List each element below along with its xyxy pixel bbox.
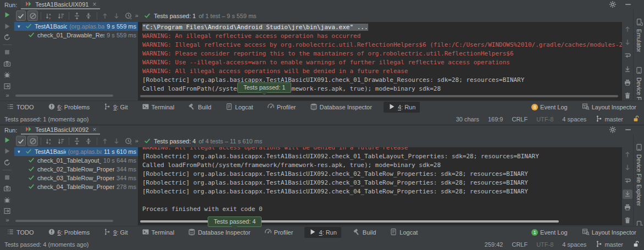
test-tree-row[interactable]: check_01_TableLayout_Properties10 s 644 … (14, 156, 138, 165)
write-access-lock-icon[interactable] (632, 115, 640, 124)
toolwindow-button-build[interactable]: Build (186, 102, 213, 113)
test-tree-row[interactable]: check_03_TableRow_Properties344 ms (14, 174, 138, 182)
test-tree-root-row[interactable]: ▾TestA1BasicUIX091(org.aplas.basicappx)9… (14, 22, 138, 31)
clear-all-icon[interactable] (623, 91, 632, 101)
screenshot-icon[interactable] (1, 58, 13, 69)
toolwindow-button-problems[interactable]: 6: Problems (46, 227, 92, 238)
chevron-down-icon[interactable]: ▾ (18, 24, 23, 29)
soft-wrap-icon[interactable] (623, 176, 632, 185)
sort-by-duration-icon[interactable] (55, 10, 65, 21)
tab-close-icon[interactable]: × (92, 127, 96, 132)
run-icon[interactable] (1, 9, 13, 20)
collapse-all-icon[interactable] (84, 10, 93, 21)
status-widget-4spaces[interactable]: 4 spaces (562, 116, 586, 123)
show-passed-icon[interactable] (16, 10, 26, 21)
import-test-results-icon[interactable] (1, 81, 13, 92)
status-widget-crlf[interactable]: CRLF (512, 116, 528, 123)
rerun-icon[interactable] (1, 20, 13, 31)
settings-gear-icon[interactable] (609, 126, 617, 135)
toolwindow-button-run[interactable]: 4: Run (304, 227, 341, 238)
button-event-log[interactable]: 8Event Log (529, 103, 570, 112)
toolwindow-button-problems[interactable]: 6: Problems (46, 102, 92, 113)
console-horizontal-scrollbar[interactable] (140, 95, 618, 97)
write-access-lock-icon[interactable] (632, 240, 640, 249)
git-branch-widget[interactable]: master (595, 240, 623, 249)
button-layout-inspector[interactable]: Layout Inspector (580, 227, 639, 238)
toolwindow-button-databaseinspector[interactable]: Database Inspector (186, 227, 252, 238)
toolwindow-button-profiler[interactable]: Profiler (262, 227, 296, 238)
scroll-to-end-icon[interactable] (623, 190, 632, 199)
tree-horizontal-scrollbar[interactable] (15, 95, 113, 97)
rerun-failed-tests-icon[interactable] (1, 32, 13, 43)
stop-icon[interactable] (1, 47, 13, 58)
run-tab[interactable]: TestA1BasicUIX092× (21, 125, 100, 135)
tree-horizontal-scrollbar[interactable] (15, 220, 113, 222)
expand-all-icon[interactable] (72, 136, 82, 146)
screenshot-icon[interactable] (1, 183, 13, 194)
show-passed-icon[interactable] (16, 136, 26, 146)
next-failed-test-icon[interactable] (112, 10, 121, 21)
tab-close-icon[interactable]: × (92, 2, 96, 7)
toolwindow-button-git[interactable]: 9: Git (101, 227, 130, 238)
toolwindow-button-profiler[interactable]: Profiler (265, 102, 298, 113)
toolwindow-button-logcat[interactable]: Logcat (387, 227, 420, 238)
git-branch-widget[interactable]: master (595, 115, 623, 124)
scroll-down-icon[interactable] (623, 37, 632, 47)
collapse-all-icon[interactable] (84, 136, 93, 146)
scroll-to-end-icon[interactable] (623, 64, 632, 74)
status-widget-crlf[interactable]: CRLF (512, 241, 528, 248)
chevron-down-icon[interactable]: ▾ (18, 149, 23, 154)
run-icon[interactable] (1, 135, 13, 146)
print-icon[interactable] (623, 77, 632, 87)
toolwindow-button-terminal[interactable]: Terminal (140, 102, 177, 113)
hide-passed-icon[interactable] (27, 10, 37, 21)
status-widget-4spaces[interactable]: 4 spaces (562, 241, 586, 248)
hide-passed-icon[interactable] (27, 136, 37, 146)
test-history-icon[interactable] (123, 10, 133, 21)
more-options-chevrons-icon[interactable]: » (5, 216, 8, 223)
toolwindow-button-build[interactable]: Build (351, 227, 378, 238)
hide-window-icon[interactable] (624, 126, 632, 135)
sort-alphabetically-icon[interactable]: az (44, 10, 54, 21)
status-widget-1699[interactable]: 169:9 (488, 116, 503, 123)
console-horizontal-scrollbar[interactable] (140, 220, 559, 223)
rerun-failed-tests-icon[interactable] (1, 157, 13, 168)
toolwindow-button-databaseinspector[interactable]: Database Inspector (308, 102, 374, 113)
test-tree-row[interactable]: check_02_TableRow_Properties344 ms (14, 165, 138, 174)
status-widget-30chars[interactable]: 30 chars (456, 116, 479, 123)
test-error-icon[interactable] (1, 69, 13, 80)
previous-failed-test-icon[interactable] (100, 10, 110, 21)
sort-alphabetically-icon[interactable]: az (44, 136, 54, 146)
stop-icon[interactable] (1, 172, 13, 183)
previous-failed-test-icon[interactable] (100, 136, 110, 146)
more-options-chevrons-icon[interactable]: » (5, 92, 8, 98)
scroll-down-icon[interactable] (623, 163, 632, 172)
test-tree-row[interactable]: check_01_Drawable_Resources9 s 559 ms (14, 31, 138, 40)
toolwindow-button-run[interactable]: 4: Run (384, 102, 420, 113)
toolwindow-button-terminal[interactable]: Terminal (140, 227, 177, 238)
import-test-results-icon[interactable] (1, 205, 13, 216)
toolwindow-button-todo[interactable]: TODO (4, 227, 36, 238)
console-output[interactable]: WARNING: All illegal access operations w… (138, 147, 622, 225)
status-widget-25942[interactable]: 259:42 (485, 241, 503, 248)
hide-window-icon[interactable] (624, 1, 632, 9)
test-tree-root-row[interactable]: ▾TestA1BasicUIX092(org.aplas.basicappx)1… (14, 147, 138, 156)
toolwindow-button-emulator[interactable]: Emulator (635, 18, 643, 52)
scroll-up-icon[interactable] (623, 24, 632, 34)
button-layout-inspector[interactable]: Layout Inspector (580, 102, 639, 113)
test-history-icon[interactable] (123, 136, 133, 146)
print-icon[interactable] (623, 203, 632, 212)
button-event-log[interactable]: 1Event Log (529, 228, 570, 237)
run-tab[interactable]: TestA1BasicUIX091× (21, 0, 100, 9)
test-error-icon[interactable] (1, 194, 13, 205)
settings-gear-icon[interactable] (609, 1, 617, 9)
test-tree-row[interactable]: check_04_TableRow_Properties278 ms (14, 182, 138, 191)
status-widget-utf8[interactable]: UTF-8 (536, 241, 553, 248)
expand-all-icon[interactable] (72, 10, 82, 21)
toolwindow-button-todo[interactable]: TODO (4, 102, 36, 113)
toolwindow-button-device[interactable]: Device File Explorer (635, 143, 643, 206)
sort-by-duration-icon[interactable] (55, 136, 65, 146)
toolwindow-button-logcat[interactable]: Logcat (223, 102, 256, 113)
clear-all-icon[interactable] (623, 216, 632, 225)
soft-wrap-icon[interactable] (623, 51, 632, 60)
